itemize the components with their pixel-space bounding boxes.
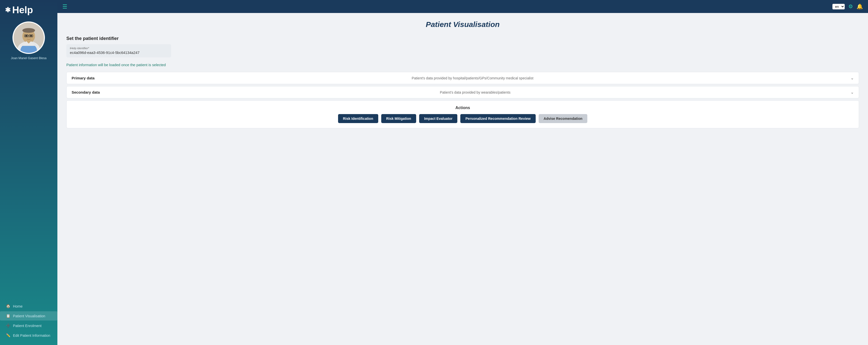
logo-area: ✱ Help [0, 0, 57, 18]
sidebar-item-edit-patient-label: Edit Patient Information [13, 334, 51, 338]
secondary-data-title: Secondary data [72, 90, 100, 94]
sidebar-item-patient-enrolment[interactable]: ➕ Patient Enrolment [0, 321, 57, 330]
language-select[interactable]: en es fr [832, 4, 845, 9]
topbar-right: en es fr ⚙ 🔔 [832, 3, 863, 9]
user-name: Joan Manel Gasent Blesa [8, 56, 49, 60]
impact-evaluator-button[interactable]: Impact Evaluator [419, 114, 457, 123]
page-title: Patient Visualisation [66, 20, 859, 29]
home-icon: 🏠 [6, 304, 10, 308]
identifier-input[interactable] [70, 51, 168, 55]
advise-recommendation-button[interactable]: Advise Recomendation [539, 114, 588, 123]
svg-rect-7 [30, 35, 32, 37]
sidebar: ✱ Help [0, 0, 57, 345]
identifier-label: iHelp identifier* [70, 47, 168, 50]
sidebar-item-home[interactable]: 🏠 Home [0, 301, 57, 311]
edit-patient-icon: ✏️ [6, 333, 10, 338]
main-area: ☰ en es fr ⚙ 🔔 Patient Visualisation Set… [57, 0, 868, 345]
sidebar-item-home-label: Home [13, 304, 23, 308]
secondary-data-desc: Patient's data provided by wearables/pat… [440, 90, 510, 94]
content-area: Patient Visualisation Set the patient id… [57, 13, 868, 345]
secondary-data-header[interactable]: Secondary data Patient's data provided b… [67, 86, 859, 98]
topbar: ☰ en es fr ⚙ 🔔 [57, 0, 868, 13]
identifier-input-wrap: iHelp identifier* [66, 44, 171, 57]
svg-rect-6 [25, 35, 27, 37]
logo-icon: ✱ [5, 6, 11, 14]
actions-section: Actions Risk Identification Risk Mitigat… [66, 100, 859, 128]
avatar-image [13, 23, 44, 53]
primary-data-header[interactable]: Primary data Patient's data provided by … [67, 72, 859, 84]
sidebar-item-patient-visualisation-label: Patient Visualisation [13, 314, 45, 318]
settings-icon[interactable]: ⚙ [848, 3, 853, 9]
bell-icon[interactable]: 🔔 [857, 3, 863, 9]
avatar [12, 22, 45, 54]
logo: ✱ Help [5, 4, 33, 16]
sidebar-item-patient-enrolment-label: Patient Enrolment [13, 324, 41, 328]
logo-label: Help [12, 4, 33, 16]
svg-point-5 [23, 28, 35, 33]
patient-vis-icon: 📋 [6, 314, 10, 318]
actions-buttons: Risk Identification Risk Mitigation Impa… [72, 114, 854, 123]
identifier-section: Set the patient identifier iHelp identif… [66, 36, 859, 57]
hamburger-icon[interactable]: ☰ [62, 3, 67, 10]
risk-mitigation-button[interactable]: Risk Mitigation [381, 114, 416, 123]
personalized-recommendation-review-button[interactable]: Personalized Recommendation Review [460, 114, 535, 123]
primary-data-chevron: ⌄ [850, 76, 854, 80]
patient-enrol-icon: ➕ [6, 323, 10, 328]
primary-data-section: Primary data Patient's data provided by … [66, 72, 859, 84]
secondary-data-section: Secondary data Patient's data provided b… [66, 86, 859, 98]
risk-identification-button[interactable]: Risk Identification [338, 114, 378, 123]
patient-info-note: Patient information will be loaded once … [66, 63, 859, 67]
sidebar-item-patient-visualisation[interactable]: 📋 Patient Visualisation [0, 311, 57, 320]
nav-menu: 🏠 Home 📋 Patient Visualisation ➕ Patient… [0, 299, 57, 340]
sidebar-item-edit-patient[interactable]: ✏️ Edit Patient Information [0, 331, 57, 340]
identifier-heading: Set the patient identifier [66, 36, 859, 41]
actions-title: Actions [72, 106, 854, 110]
secondary-data-chevron: ⌄ [850, 90, 854, 95]
primary-data-title: Primary data [72, 76, 95, 80]
primary-data-desc: Patient's data provided by hospital/pati… [412, 76, 533, 80]
